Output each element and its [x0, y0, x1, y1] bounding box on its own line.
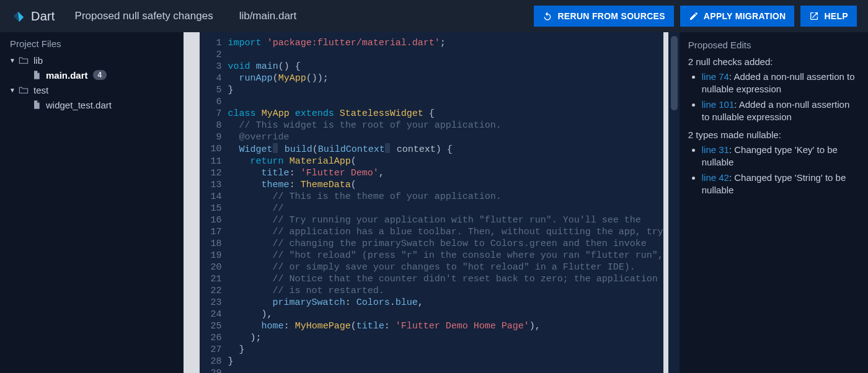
code-content[interactable]: } [228, 356, 234, 367]
code-content[interactable]: // application has a blue toolbar. Then,… [228, 226, 663, 238]
code-content[interactable]: import 'package:flutter/material.dart'; [228, 37, 446, 49]
open-in-new-icon [809, 11, 819, 21]
code-content[interactable]: ); [228, 332, 262, 344]
code-line[interactable]: 23 primarySwatch: Colors.blue, [200, 297, 663, 309]
edit-item: line 101: Added a non-null assertion to … [702, 99, 859, 124]
code-content[interactable]: // This is the theme of your application… [228, 191, 502, 203]
code-content[interactable]: // is not restarted. [228, 285, 384, 297]
code-content[interactable]: } [228, 84, 234, 96]
code-line[interactable]: 4 runApp(MyApp()); [200, 72, 663, 84]
code-line[interactable]: 24 ), [200, 309, 663, 320]
file-tree: ▼libmain.dart4▼testwidget_test.dart [0, 53, 184, 112]
code-content[interactable]: } [228, 344, 245, 356]
code-line[interactable]: 12 title: 'Flutter Demo', [200, 167, 663, 179]
proposed-edits-panel: Proposed Edits 2 null checks added:line … [680, 32, 868, 373]
code-line[interactable]: 2 [200, 49, 663, 61]
code-line[interactable]: 9 @override [200, 131, 663, 143]
line-number: 3 [200, 61, 228, 72]
line-number: 6 [200, 96, 228, 108]
folder-icon [19, 56, 29, 64]
pencil-icon [689, 11, 699, 21]
code-line[interactable]: 13 theme: ThemeData( [200, 179, 663, 191]
dart-logo-icon [11, 9, 25, 23]
line-number: 25 [200, 320, 228, 332]
code-content[interactable]: // changing the primarySwatch below to C… [228, 238, 647, 250]
code-editor[interactable]: 1import 'package:flutter/material.dart';… [184, 32, 680, 373]
tree-folder-lib[interactable]: ▼lib [0, 53, 184, 68]
code-line[interactable]: 27 } [200, 344, 663, 356]
code-content[interactable]: title: 'Flutter Demo', [228, 167, 384, 179]
code-line[interactable]: 6 [200, 96, 663, 108]
code-content[interactable]: runApp(MyApp()); [228, 72, 329, 84]
code-content[interactable]: @override [228, 131, 290, 143]
code-line[interactable]: 20 // or simply save your changes to "ho… [200, 261, 663, 273]
code-content[interactable]: ), [228, 309, 273, 320]
code-content[interactable]: home: MyHomePage(title: 'Flutter Demo Ho… [228, 320, 541, 332]
line-number: 4 [200, 72, 228, 84]
tree-file-main.dart[interactable]: main.dart4 [0, 68, 184, 82]
code-line[interactable]: 21 // Notice that the counter didn't res… [200, 273, 663, 285]
line-number: 9 [200, 131, 228, 143]
edit-item: line 42: Changed type 'String' to be nul… [702, 172, 859, 197]
code-line[interactable]: 18 // changing the primarySwatch below t… [200, 238, 663, 250]
code-line[interactable]: 1import 'package:flutter/material.dart'; [200, 37, 663, 49]
code-content[interactable]: // This widget is the root of your appli… [228, 120, 502, 131]
code-line[interactable]: 17 // application has a blue toolbar. Th… [200, 226, 663, 238]
rerun-label: RERUN FROM SOURCES [557, 11, 665, 21]
line-number: 10 [200, 143, 228, 156]
code-content[interactable]: // Notice that the counter didn't reset … [228, 273, 658, 285]
line-number: 13 [200, 179, 228, 191]
code-line[interactable]: 22 // is not restarted. [200, 285, 663, 297]
code-content[interactable]: // or simply save your changes to "hot r… [228, 261, 636, 273]
line-number: 16 [200, 214, 228, 226]
file-label: main.dart [46, 70, 88, 81]
file-icon [32, 70, 41, 80]
code-line[interactable]: 10 Widget build(BuildContext context) { [200, 143, 663, 156]
file-label: widget_test.dart [46, 100, 112, 110]
code-line[interactable]: 29 [200, 367, 663, 373]
code-line[interactable]: 5} [200, 84, 663, 96]
code-line[interactable]: 26 ); [200, 332, 663, 344]
code-content[interactable]: // [228, 203, 284, 214]
code-content[interactable]: return MaterialApp( [228, 156, 356, 167]
scrollbar-thumb[interactable] [671, 36, 678, 110]
logo: Dart [11, 9, 55, 24]
editor-lines[interactable]: 1import 'package:flutter/material.dart';… [200, 32, 663, 373]
apply-migration-button[interactable]: APPLY MIGRATION [680, 6, 795, 27]
tree-file-widget_test.dart[interactable]: widget_test.dart [0, 97, 184, 112]
code-line[interactable]: 11 return MaterialApp( [200, 156, 663, 167]
code-content[interactable]: void main() { [228, 61, 301, 72]
line-number: 20 [200, 261, 228, 273]
code-content[interactable]: // "hot reload" (press "r" in the consol… [228, 250, 663, 261]
code-content[interactable]: Widget build(BuildContext context) { [228, 143, 453, 156]
edit-line-link[interactable]: line 31 [702, 144, 729, 155]
edits-list: line 31: Changed type 'Key' to be nullab… [688, 144, 859, 196]
code-line[interactable]: 19 // "hot reload" (press "r" in the con… [200, 250, 663, 261]
file-icon [32, 100, 41, 110]
tree-folder-test[interactable]: ▼test [0, 82, 184, 97]
code-content[interactable]: theme: ThemeData( [228, 179, 356, 191]
editor-scrollbar[interactable] [668, 32, 680, 373]
code-content[interactable]: primarySwatch: Colors.blue, [228, 297, 423, 309]
code-line[interactable]: 14 // This is the theme of your applicat… [200, 191, 663, 203]
edit-line-link[interactable]: line 74 [702, 71, 729, 82]
code-content[interactable]: // Try running your application with "fl… [228, 214, 641, 226]
current-file-path: lib/main.dart [239, 10, 297, 22]
edit-line-link[interactable]: line 42 [702, 172, 729, 183]
chevron-down-icon: ▼ [9, 57, 16, 64]
code-line[interactable]: 3void main() { [200, 61, 663, 72]
code-line[interactable]: 7class MyApp extends StatelessWidget { [200, 108, 663, 120]
line-number: 17 [200, 226, 228, 238]
header-actions: RERUN FROM SOURCES APPLY MIGRATION HELP [534, 6, 857, 27]
code-line[interactable]: 28} [200, 356, 663, 367]
code-content[interactable]: class MyApp extends StatelessWidget { [228, 108, 435, 120]
code-line[interactable]: 16 // Try running your application with … [200, 214, 663, 226]
apply-label: APPLY MIGRATION [704, 11, 786, 21]
edit-item: line 31: Changed type 'Key' to be nullab… [702, 144, 859, 169]
code-line[interactable]: 25 home: MyHomePage(title: 'Flutter Demo… [200, 320, 663, 332]
code-line[interactable]: 8 // This widget is the root of your app… [200, 120, 663, 131]
rerun-from-sources-button[interactable]: RERUN FROM SOURCES [534, 6, 673, 27]
code-line[interactable]: 15 // [200, 203, 663, 214]
edit-line-link[interactable]: line 101 [702, 99, 735, 110]
help-button[interactable]: HELP [800, 6, 857, 27]
